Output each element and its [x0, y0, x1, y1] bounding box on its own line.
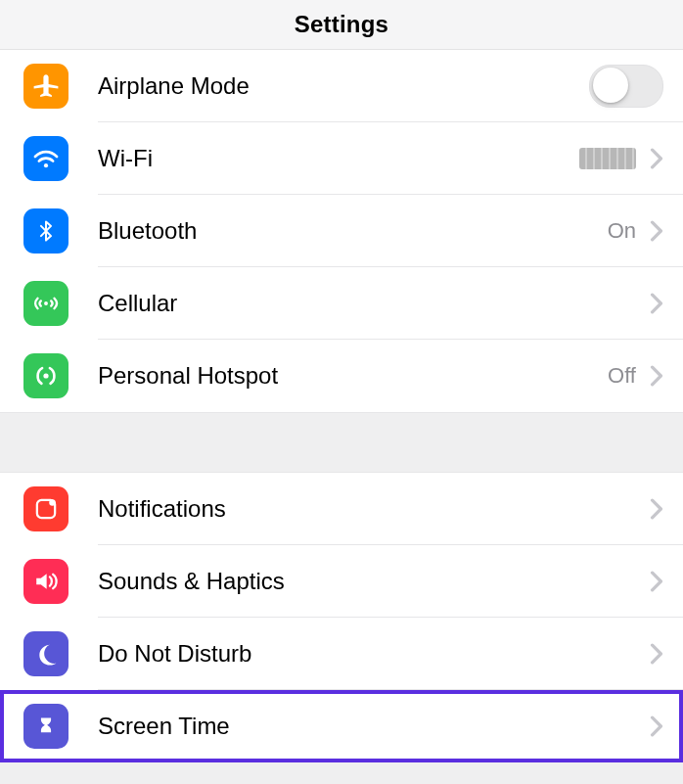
row-label: Screen Time: [98, 713, 650, 740]
svg-point-4: [49, 499, 56, 506]
moon-icon: [23, 631, 68, 676]
wifi-icon: [23, 136, 68, 181]
svg-point-2: [43, 373, 48, 378]
chevron-right-icon: [650, 148, 663, 169]
chevron-right-icon: [650, 571, 663, 592]
bluetooth-icon: [23, 208, 68, 254]
settings-group: NotificationsSounds & HapticsDo Not Dist…: [0, 473, 683, 762]
settings-row-cellular[interactable]: Cellular: [0, 267, 683, 340]
chevron-right-icon: [650, 365, 663, 387]
group-separator: [0, 412, 683, 473]
chevron-right-icon: [650, 643, 663, 665]
hourglass-icon: [23, 704, 68, 749]
row-label: Sounds & Haptics: [98, 568, 650, 595]
chevron-right-icon: [650, 498, 663, 520]
row-value: Off: [608, 363, 636, 389]
notifications-icon: [23, 486, 68, 531]
settings-group: Airplane ModeWi-FiBluetoothOnCellularPer…: [0, 50, 683, 412]
row-value: On: [608, 218, 636, 244]
settings-row-bluetooth[interactable]: BluetoothOn: [0, 195, 683, 267]
chevron-right-icon: [650, 220, 663, 242]
row-label: Notifications: [98, 495, 650, 523]
row-label: Bluetooth: [98, 217, 608, 245]
row-label: Airplane Mode: [98, 72, 589, 100]
chevron-right-icon: [650, 715, 663, 737]
chevron-right-icon: [650, 293, 663, 314]
settings-header: Settings: [0, 0, 683, 50]
settings-row-dnd[interactable]: Do Not Disturb: [0, 618, 683, 690]
settings-row-sounds[interactable]: Sounds & Haptics: [0, 545, 683, 618]
svg-point-1: [44, 301, 48, 305]
row-label: Cellular: [98, 290, 650, 317]
sounds-icon: [23, 559, 68, 604]
cellular-icon: [23, 281, 68, 326]
settings-row-hotspot[interactable]: Personal HotspotOff: [0, 340, 683, 412]
row-label: Wi-Fi: [98, 145, 579, 172]
row-value-obscured: [579, 148, 636, 169]
settings-row-notifications[interactable]: Notifications: [0, 473, 683, 545]
settings-row-screentime[interactable]: Screen Time: [0, 690, 683, 762]
svg-point-0: [44, 163, 48, 167]
hotspot-icon: [23, 353, 68, 398]
row-label: Do Not Disturb: [98, 640, 650, 668]
settings-row-wifi[interactable]: Wi-Fi: [0, 122, 683, 195]
airplane-icon: [23, 64, 68, 109]
airplane-toggle[interactable]: [589, 65, 663, 108]
page-title: Settings: [295, 11, 388, 38]
settings-row-airplane[interactable]: Airplane Mode: [0, 50, 683, 122]
row-label: Personal Hotspot: [98, 362, 608, 390]
